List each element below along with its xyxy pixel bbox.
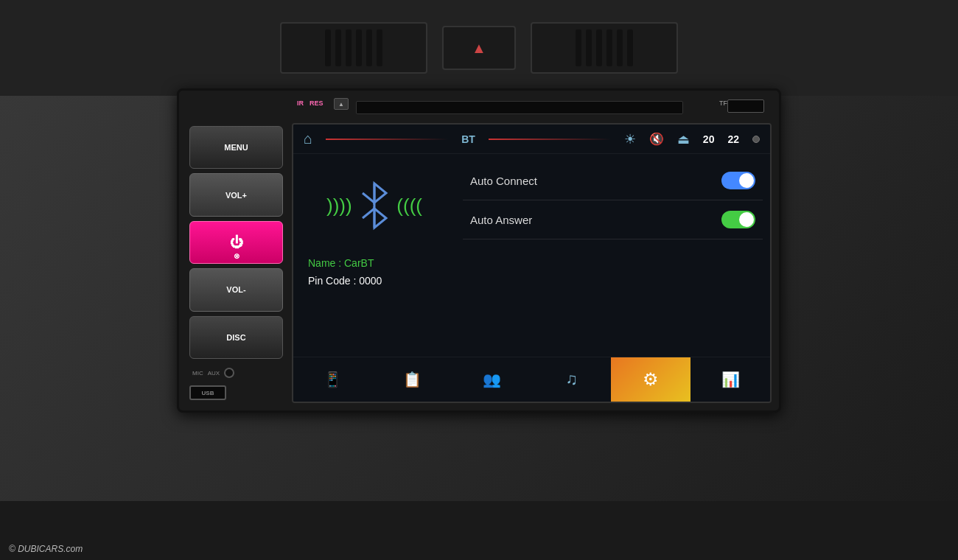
nav-contacts[interactable]: 👥	[452, 357, 532, 402]
head-unit: IR RES ▲ TF MENU VOL+ ⏻ VOL- DISC	[177, 88, 781, 413]
disc-button[interactable]: DISC	[189, 316, 283, 359]
auto-connect-label: Auto Connect	[470, 175, 537, 187]
nav-music[interactable]: ♫	[531, 357, 611, 402]
vol-minus-button[interactable]: VOL-	[189, 268, 283, 311]
auto-answer-label: Auto Answer	[470, 214, 532, 226]
cd-slot	[356, 101, 683, 114]
tf-label: TF	[719, 99, 727, 107]
bt-label: BT	[461, 133, 475, 145]
svg-line-1	[363, 193, 374, 203]
screen: ⌂ BT ☀ 🔇 ⏏ 20 22	[292, 123, 772, 403]
brightness-icon[interactable]: ☀	[624, 131, 636, 147]
auto-connect-knob	[739, 173, 754, 188]
top-strip: IR RES ▲ TF	[186, 98, 772, 119]
hazard-icon[interactable]: ▲	[472, 40, 486, 57]
bluetooth-logo: )))) ((((	[326, 169, 422, 242]
bt-info: Name : CarBT Pin Code : 0000	[301, 257, 448, 287]
aux-jack	[224, 368, 234, 378]
phone-book-icon: 📋	[403, 371, 422, 388]
settings-icon: ⚙	[643, 369, 659, 390]
svg-line-3	[363, 209, 374, 218]
nav-equalizer[interactable]: 📊	[690, 357, 770, 402]
power-icon: ⏻	[230, 235, 243, 251]
bottom-area	[0, 501, 958, 560]
nav-phone-book[interactable]: 📋	[373, 357, 452, 402]
wave-arc-left-2: ))))	[326, 196, 352, 215]
equalizer-icon: 📊	[721, 371, 740, 388]
bt-device-name: Name : CarBT	[308, 257, 448, 269]
ir-res-labels: IR RES	[297, 99, 324, 107]
auto-answer-knob	[739, 212, 754, 227]
phone-transfer-icon: 📱	[324, 371, 342, 388]
menu-button[interactable]: MENU	[189, 126, 283, 169]
status-bar: ⌂ BT ☀ 🔇 ⏏ 20 22	[293, 125, 770, 154]
tf-card-slot[interactable]	[727, 99, 764, 113]
vent-right	[531, 22, 678, 74]
status-dot	[752, 136, 760, 143]
auto-connect-row: Auto Connect	[463, 161, 763, 200]
connectors: MIC AUX	[189, 365, 283, 381]
nav-settings[interactable]: ⚙	[611, 357, 690, 402]
auto-answer-toggle[interactable]	[721, 211, 755, 228]
car-frame: ▲ IR RES ▲ TF MENU VOL+	[0, 0, 958, 560]
settings-area: Auto Connect Auto Answer	[463, 161, 763, 349]
status-num2: 22	[727, 133, 739, 145]
bluetooth-symbol	[355, 180, 394, 231]
mic-label: MIC	[192, 370, 203, 377]
nav-phone-transfer[interactable]: 📱	[293, 357, 373, 402]
watermark: © DUBICARS.com	[9, 544, 83, 554]
vol-plus-button[interactable]: VOL+	[189, 173, 283, 216]
bottom-nav: 📱 📋 👥 ♫ ⚙ 📊	[293, 357, 770, 402]
res-label: RES	[310, 99, 324, 107]
auto-connect-toggle[interactable]	[721, 172, 755, 189]
power-button[interactable]: ⏻	[189, 221, 283, 264]
status-num1: 20	[703, 133, 715, 145]
top-vents: ▲	[0, 0, 958, 96]
eject-status-icon[interactable]: ⏏	[677, 131, 690, 147]
aux-label: AUX	[208, 370, 220, 377]
screen-content: )))) ((((	[293, 154, 770, 357]
bluetooth-logo-area: )))) ((((	[301, 161, 448, 349]
main-layout: MENU VOL+ ⏻ VOL- DISC MIC AUX USB	[186, 123, 772, 403]
wave-arc-right-2: ((((	[396, 196, 422, 215]
auto-answer-row: Auto Answer	[463, 200, 763, 239]
mute-icon[interactable]: 🔇	[649, 132, 664, 146]
svg-marker-2	[374, 209, 386, 228]
svg-marker-0	[374, 183, 386, 203]
usb-port[interactable]: USB	[189, 385, 226, 400]
eject-button[interactable]: ▲	[334, 98, 349, 110]
bt-pin-code: Pin Code : 0000	[308, 275, 448, 287]
vent-left	[280, 22, 427, 74]
contacts-icon: 👥	[483, 371, 501, 388]
ir-label: IR	[297, 99, 304, 107]
left-button-panel: MENU VOL+ ⏻ VOL- DISC MIC AUX USB	[186, 123, 286, 403]
music-icon: ♫	[565, 370, 578, 389]
status-separator	[326, 139, 448, 140]
status-separator-2	[489, 139, 611, 140]
home-icon[interactable]: ⌂	[304, 130, 312, 147]
